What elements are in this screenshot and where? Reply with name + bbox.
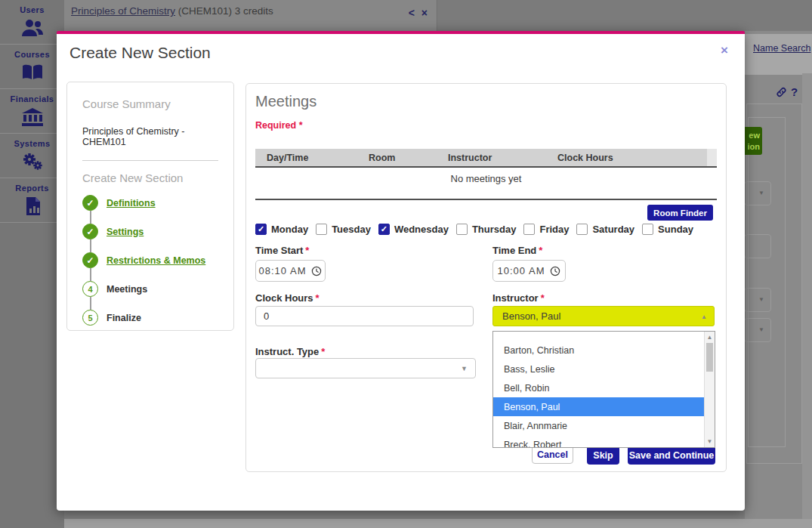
saturday-checkbox[interactable]: ✓ <box>576 224 588 235</box>
name-search-link: Name Search <box>753 43 810 54</box>
step-check-icon: ✓ <box>82 224 98 239</box>
link-icon <box>776 86 787 98</box>
option-bass-leslie[interactable]: Bass, Leslie <box>493 360 704 378</box>
day-monday[interactable]: ✓ Monday <box>255 224 308 235</box>
time-start-label: Time Start* <box>255 245 309 256</box>
option-barton-christian[interactable]: Barton, Christian <box>493 341 704 360</box>
instructor-combobox[interactable]: Benson, Paul ▲ <box>492 306 715 326</box>
option-breck-robert[interactable]: Breck, Robert <box>493 435 704 448</box>
wizard-heading: Create New Section <box>82 171 218 184</box>
chevron-up-icon: ▲ <box>701 313 707 320</box>
empty-table-message: No meetings yet <box>255 173 717 184</box>
background-input-sliver <box>744 234 771 258</box>
option-blair-annmarie[interactable]: Blair, Annmarie <box>493 416 704 435</box>
course-link: Principles of Chemistry <box>71 5 175 17</box>
background-form-border <box>748 117 786 447</box>
instructor-dropdown-list: Barton, Christian Bass, Leslie Bell, Rob… <box>492 331 715 448</box>
create-new-section-modal: Create New Section × Course Summary Prin… <box>57 31 745 511</box>
tuesday-checkbox[interactable]: ✓ <box>316 224 327 235</box>
modal-close-icon[interactable]: × <box>721 43 728 58</box>
background-dropdown-sliver: ▼ <box>744 288 771 312</box>
chevron-down-icon: ▼ <box>758 326 764 333</box>
step-restrictions-memos[interactable]: ✓ Restrictions & Memos <box>82 252 218 268</box>
book-icon <box>20 62 45 83</box>
course-credits: (CHEM101) 3 credits <box>178 5 273 17</box>
help-icon: ? <box>791 85 798 98</box>
step-meetings: ✓4 Meetings <box>82 281 218 297</box>
sidebar-item-courses: Courses <box>0 45 64 89</box>
instructor-options: Barton, Christian Bass, Leslie Bell, Rob… <box>493 341 704 448</box>
friday-checkbox[interactable]: ✓ <box>523 224 535 235</box>
clock-icon <box>311 266 322 276</box>
background-dropdown-sliver: ▼ <box>744 318 771 342</box>
page-action-icons: ? <box>776 85 798 98</box>
bank-icon <box>20 107 45 128</box>
scroll-down-icon[interactable]: ▼ <box>705 438 715 445</box>
step-check-icon: ✓ <box>82 195 98 211</box>
tab-controls: < × <box>409 7 428 19</box>
step-finalize: ✓5 Finalize <box>82 310 218 326</box>
step-definitions[interactable]: ✓ Definitions <box>82 195 218 211</box>
instruct-type-select[interactable]: ▼ <box>255 358 476 378</box>
topbar-right <box>438 0 812 31</box>
sunday-checkbox[interactable]: ✓ <box>642 224 653 235</box>
step-label: Finalize <box>107 313 141 323</box>
sidebar-item-users: Users <box>0 0 64 45</box>
users-icon <box>20 17 45 39</box>
step-label[interactable]: Restrictions & Memos <box>107 255 205 266</box>
required-note: Required * <box>255 120 303 131</box>
course-tab: Principles of Chemistry (CHEM101) 3 cred… <box>64 0 437 31</box>
day-sunday[interactable]: ✓ Sunday <box>642 224 693 235</box>
step-connector <box>90 211 91 224</box>
clock-hours-input[interactable]: 0 <box>255 306 474 326</box>
divider <box>82 160 218 161</box>
room-finder-button[interactable]: Room Finder <box>647 205 713 221</box>
step-number: ✓5 <box>82 310 98 326</box>
scroll-up-icon[interactable]: ▲ <box>705 334 715 341</box>
background-page-right: Name Search ? ew ion ▼ ▼ ▼ <box>745 31 812 519</box>
scrollbar-thumb[interactable] <box>706 343 713 372</box>
day-checkboxes: ✓ Monday ✓ Tuesday ✓ Wednesday ✓ Thursda… <box>255 224 693 235</box>
option-benson-paul[interactable]: Benson, Paul <box>493 397 704 416</box>
step-check-icon: ✓ <box>82 252 98 268</box>
report-chart-icon <box>20 196 45 217</box>
name-search-strip: Name Search <box>745 34 812 75</box>
time-start-input[interactable]: 08:10 AM <box>255 260 326 282</box>
table-bottom-border <box>255 199 717 200</box>
day-tuesday[interactable]: ✓ Tuesday <box>316 224 371 235</box>
time-end-input[interactable]: 10:00 AM <box>492 260 566 282</box>
header-scroll-cap <box>707 149 717 166</box>
page-scrollbar-track <box>802 73 812 519</box>
monday-checkbox[interactable]: ✓ <box>255 224 267 235</box>
step-label: Meetings <box>107 284 147 295</box>
save-and-continue-button[interactable]: Save and Continue <box>628 446 715 465</box>
back-chevron-icon: < <box>409 7 415 19</box>
day-saturday[interactable]: ✓ Saturday <box>576 224 634 235</box>
step-label[interactable]: Settings <box>107 227 144 237</box>
step-settings[interactable]: ✓ Settings <box>82 224 218 239</box>
course-name: Principles of Chemistry - CHEM101 <box>82 126 218 147</box>
wizard-steps: ✓ Definitions ✓ Settings ✓ Restrictions … <box>82 195 218 326</box>
chevron-down-icon: ▼ <box>461 365 468 372</box>
page-bottom-strip <box>64 519 812 528</box>
meetings-panel: Meetings Required * Day/Time Room Instru… <box>245 83 727 472</box>
modal-title: Create New Section <box>69 44 211 62</box>
chevron-down-icon: ▼ <box>758 190 764 196</box>
option-bell-robin[interactable]: Bell, Robin <box>493 378 704 397</box>
skip-button[interactable]: Skip <box>587 446 619 465</box>
day-wednesday[interactable]: ✓ Wednesday <box>378 224 449 235</box>
course-summary-panel: Course Summary Principles of Chemistry -… <box>66 82 234 331</box>
meetings-table-header: Day/Time Room Instructor Clock Hours <box>255 149 717 168</box>
screen: Principles of Chemistry (CHEM101) 3 cred… <box>0 0 812 528</box>
day-thursday[interactable]: ✓ Thursday <box>456 224 517 235</box>
sidebar-item-systems: Systems <box>0 134 64 178</box>
wednesday-checkbox[interactable]: ✓ <box>378 224 390 235</box>
breadcrumb: Principles of Chemistry (CHEM101) 3 cred… <box>71 5 273 17</box>
step-connector <box>90 297 91 310</box>
step-connector <box>90 239 91 252</box>
day-friday[interactable]: ✓ Friday <box>523 224 569 235</box>
background-dropdown-sliver: ▼ <box>744 181 771 205</box>
dropdown-scrollbar[interactable]: ▲ ▼ <box>704 332 715 447</box>
step-label[interactable]: Definitions <box>107 198 156 208</box>
thursday-checkbox[interactable]: ✓ <box>456 224 468 235</box>
